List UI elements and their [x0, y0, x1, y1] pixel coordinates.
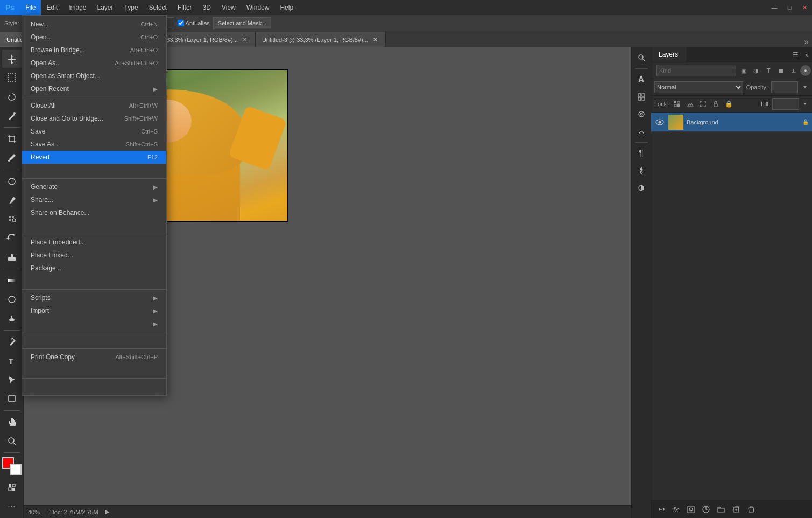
layers-mask-icon[interactable]	[684, 503, 697, 516]
blend-mode-select[interactable]: Normal	[654, 81, 743, 93]
tool-pen[interactable]	[2, 333, 22, 351]
rstrip-a-large[interactable]: A	[633, 72, 649, 88]
menu-type[interactable]: Type	[119, 0, 144, 15]
menu-item-scripts[interactable]: Import ▶	[22, 304, 166, 317]
menu-select[interactable]: Select	[144, 0, 172, 15]
filter-pixel-icon[interactable]: ▣	[738, 65, 749, 76]
tool-shape[interactable]	[2, 389, 22, 408]
menu-item-printonecopy[interactable]	[22, 363, 166, 376]
menu-item-searchstock[interactable]: Place Embedded...	[22, 236, 166, 249]
rstrip-grid[interactable]	[633, 89, 649, 105]
menu-item-print[interactable]: Print One Copy Alt+Shift+Ctrl+P	[22, 351, 166, 363]
menu-item-generate[interactable]: Share... ▶	[22, 193, 166, 206]
menu-file[interactable]: File	[20, 0, 41, 15]
menu-filter[interactable]: Filter	[172, 0, 197, 15]
layers-tab[interactable]: Layers	[651, 47, 686, 62]
menu-item-save[interactable]: Save As... Shift+Ctrl+S	[22, 138, 166, 151]
lock-all-icon[interactable]: 🔒	[723, 99, 734, 109]
tool-path-select[interactable]	[2, 370, 22, 389]
rstrip-circle-half[interactable]	[633, 180, 649, 196]
layers-group-icon[interactable]	[715, 503, 728, 516]
layers-delete-icon[interactable]	[745, 503, 758, 516]
tool-blur[interactable]	[2, 290, 22, 309]
background-color[interactable]	[10, 464, 22, 475]
menu-item-browse[interactable]: Browse in Bridge... Alt+Ctrl+O	[22, 44, 166, 57]
lock-transparent-icon[interactable]	[672, 99, 682, 109]
menu-item-import[interactable]: ▶	[22, 317, 166, 330]
menu-item-open[interactable]: Open... Ctrl+O	[22, 31, 166, 44]
menu-item-openas[interactable]: Open As... Alt+Shift+Ctrl+O	[22, 57, 166, 69]
tool-gradient[interactable]	[2, 271, 22, 290]
close-button[interactable]: ✕	[797, 0, 812, 15]
tool-spot-heal[interactable]	[2, 172, 22, 191]
tool-brush[interactable]	[2, 191, 22, 209]
menu-view[interactable]: View	[216, 0, 241, 15]
fill-input[interactable]: 100%	[772, 98, 799, 110]
layers-link-icon[interactable]	[654, 503, 667, 516]
tool-history-brush[interactable]	[2, 229, 22, 247]
opacity-input[interactable]: 100%	[771, 81, 798, 93]
menu-item-share[interactable]: Share on Behance...	[22, 206, 166, 219]
lock-artboard-icon[interactable]	[697, 99, 708, 109]
layers-fx-icon[interactable]: fx	[669, 503, 682, 516]
rstrip-channels[interactable]	[633, 106, 649, 122]
tool-crop[interactable]	[2, 130, 22, 148]
filter-type-icon[interactable]: T	[763, 65, 774, 76]
tab-overflow-button[interactable]: »	[801, 37, 812, 47]
tool-eraser[interactable]	[2, 248, 22, 267]
menu-ps-icon[interactable]: Ps	[0, 0, 20, 15]
menu-item-saveas[interactable]: Revert F12	[22, 151, 166, 164]
layers-adjustment-icon[interactable]	[700, 503, 712, 516]
status-arrow[interactable]: ▶	[105, 508, 109, 515]
tool-dodge[interactable]	[2, 309, 22, 327]
rstrip-adjust[interactable]	[633, 163, 649, 179]
layer-visibility-toggle[interactable]	[654, 117, 665, 128]
filter-shape-icon[interactable]: ◼	[775, 65, 786, 76]
filter-smart-icon[interactable]: ⊞	[788, 65, 799, 76]
menu-item-closebridge[interactable]: Save Ctrl+S	[22, 125, 166, 138]
rstrip-search[interactable]	[633, 50, 649, 66]
menu-item-automate[interactable]: Scripts ▶	[22, 291, 166, 304]
menu-item-sharebehance[interactable]	[22, 219, 166, 232]
rstrip-paths[interactable]	[633, 123, 649, 139]
tool-lasso[interactable]	[2, 88, 22, 106]
tool-eyedropper[interactable]	[2, 149, 22, 167]
filter-on-icon[interactable]: ●	[800, 65, 811, 76]
tool-wand[interactable]	[2, 107, 22, 125]
menu-item-new[interactable]: New... Ctrl+N	[22, 18, 166, 31]
menu-item-closeall[interactable]: Close and Go to Bridge... Shift+Ctrl+W	[22, 112, 166, 125]
menu-item-close[interactable]: Close All Alt+Ctrl+W	[22, 99, 166, 112]
menu-3d[interactable]: 3D	[197, 0, 216, 15]
tool-dots[interactable]: ···	[2, 498, 22, 516]
tool-move[interactable]	[2, 50, 22, 68]
maximize-button[interactable]: □	[782, 0, 797, 15]
tool-extra[interactable]	[2, 478, 22, 496]
menu-image[interactable]: Image	[63, 0, 91, 15]
tab-3[interactable]: Untitled-3 @ 33,3% (Layer 1, RGB/8#)... …	[256, 32, 386, 47]
select-mask-button[interactable]: Select and Mask...	[213, 17, 272, 29]
tab-2-close[interactable]: ✕	[241, 36, 249, 44]
menu-item-recent[interactable]: Open Recent ▶	[22, 82, 166, 95]
layers-new-icon[interactable]	[730, 503, 743, 516]
antialias-checkbox[interactable]	[178, 20, 184, 26]
menu-item-exit[interactable]	[22, 380, 166, 393]
layers-search-input[interactable]	[656, 65, 736, 76]
tool-clone[interactable]	[2, 210, 22, 228]
minimize-button[interactable]: —	[767, 0, 782, 15]
menu-item-export[interactable]: Generate ▶	[22, 180, 166, 193]
menu-item-placeembedded[interactable]: Place Linked...	[22, 249, 166, 262]
panel-collapse-btn[interactable]: »	[802, 47, 812, 62]
tool-type[interactable]: T	[2, 352, 22, 370]
menu-item-revert[interactable]	[22, 164, 166, 177]
filter-adjust-icon[interactable]: ◑	[751, 65, 761, 76]
tool-zoom[interactable]	[2, 432, 22, 450]
lock-image-icon[interactable]	[684, 99, 695, 109]
panel-menu-btn[interactable]: ☰	[789, 47, 802, 62]
menu-item-fileinfo[interactable]	[22, 334, 166, 347]
tab-3-close[interactable]: ✕	[371, 36, 379, 44]
menu-layer[interactable]: Layer	[92, 0, 119, 15]
lock-position-icon[interactable]	[710, 99, 721, 109]
menu-item-placelinked[interactable]: Package...	[22, 262, 166, 275]
menu-window[interactable]: Window	[241, 0, 275, 15]
menu-edit[interactable]: Edit	[41, 0, 63, 15]
